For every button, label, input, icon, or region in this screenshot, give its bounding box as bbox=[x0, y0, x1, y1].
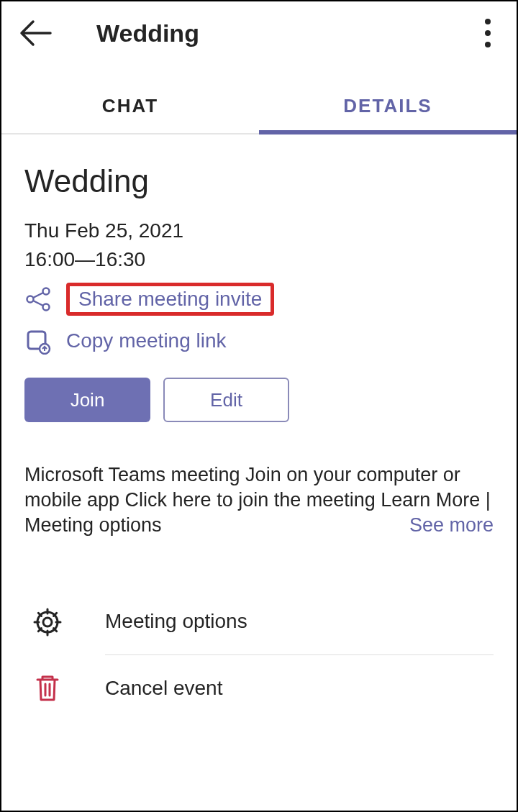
tab-chat[interactable]: CHAT bbox=[1, 79, 259, 133]
meeting-options-row[interactable]: Meeting options bbox=[24, 588, 494, 655]
meeting-options-label: Meeting options bbox=[105, 588, 494, 655]
back-button[interactable] bbox=[19, 16, 53, 50]
arrow-left-icon bbox=[19, 16, 53, 50]
svg-point-8 bbox=[37, 612, 58, 632]
button-row: Join Edit bbox=[24, 378, 494, 422]
svg-point-0 bbox=[27, 296, 34, 303]
gear-icon bbox=[32, 606, 63, 638]
copy-link-row[interactable]: Copy meeting link bbox=[24, 321, 494, 360]
edit-button[interactable]: Edit bbox=[163, 378, 289, 422]
svg-line-4 bbox=[33, 301, 43, 306]
options-list: Meeting options Cancel event bbox=[24, 588, 494, 721]
trash-icon bbox=[32, 672, 63, 704]
highlight-annotation: Share meeting invite bbox=[66, 283, 274, 316]
more-menu-button[interactable] bbox=[476, 16, 499, 50]
tab-bar: CHAT DETAILS bbox=[1, 79, 517, 134]
join-button[interactable]: Join bbox=[24, 378, 150, 422]
copy-link-text[interactable]: Copy meeting link bbox=[66, 329, 227, 352]
page-title: Wedding bbox=[96, 19, 433, 47]
svg-point-7 bbox=[43, 618, 52, 626]
tab-details[interactable]: DETAILS bbox=[259, 79, 517, 133]
copy-link-icon bbox=[24, 327, 52, 355]
cancel-event-label: Cancel event bbox=[105, 655, 494, 721]
more-vertical-icon bbox=[485, 19, 491, 24]
details-content: Wedding Thu Feb 25, 2021 16:00—16:30 Sha… bbox=[1, 134, 517, 739]
see-more-link[interactable]: See more bbox=[409, 513, 494, 538]
svg-line-3 bbox=[33, 293, 43, 298]
header: Wedding bbox=[1, 1, 517, 65]
svg-point-1 bbox=[43, 288, 50, 295]
share-invite-link[interactable]: Share meeting invite bbox=[78, 288, 262, 310]
event-title: Wedding bbox=[24, 163, 494, 199]
meeting-description: Microsoft Teams meeting Join on your com… bbox=[24, 462, 494, 538]
cancel-event-row[interactable]: Cancel event bbox=[24, 655, 494, 721]
event-time: 16:00—16:30 bbox=[24, 248, 494, 271]
share-icon bbox=[24, 286, 52, 313]
share-invite-row[interactable]: Share meeting invite bbox=[24, 283, 494, 316]
svg-point-2 bbox=[43, 304, 50, 311]
event-date: Thu Feb 25, 2021 bbox=[24, 219, 494, 242]
